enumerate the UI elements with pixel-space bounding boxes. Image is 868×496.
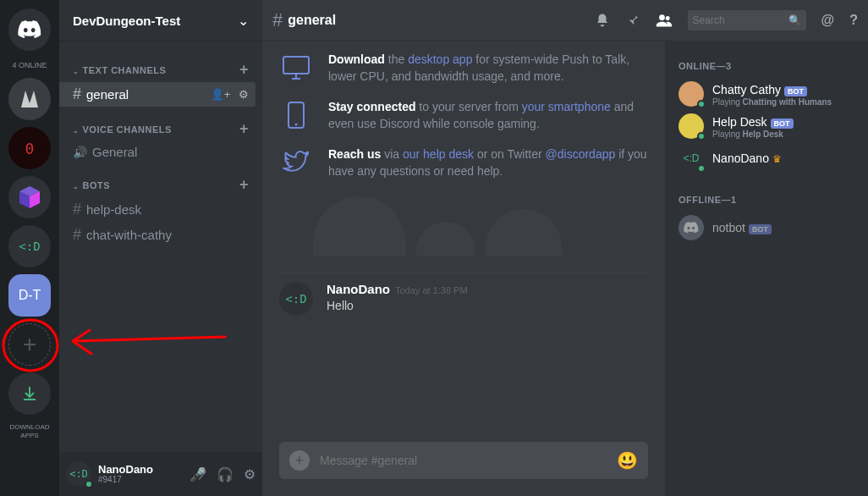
member-nanodano[interactable]: <:D NanoDano♛: [672, 142, 861, 174]
desktop-app-link[interactable]: desktop app: [408, 52, 472, 66]
main-content: # general 🔍 @ ? Download the desktop app…: [262, 0, 868, 496]
hash-icon: #: [272, 9, 283, 31]
channel-help-desk[interactable]: # help-desk: [59, 197, 255, 222]
channel-sidebar: DevDungeon-Test ⌄ ⌄TEXT CHANNELS + # gen…: [59, 0, 262, 496]
user-panel: <:D NanoDano #9417 🎤̷ 🎧 ⚙: [59, 452, 262, 496]
download-apps-button[interactable]: [8, 372, 51, 415]
bot-tag: BOT: [749, 224, 772, 234]
collapse-icon: ⌄: [73, 183, 80, 190]
mentions-button[interactable]: @: [821, 13, 835, 28]
notifications-button[interactable]: [595, 13, 610, 28]
messages-area: Download the desktop app for system-wide…: [262, 41, 665, 496]
invite-icon[interactable]: 👤+: [211, 88, 231, 101]
member-notbot[interactable]: notbotBOT: [672, 212, 861, 244]
channel-chat-with-cathy[interactable]: # chat-with-cathy: [59, 223, 255, 247]
avatar: [678, 81, 704, 107]
welcome-download: Download the desktop app for system-wide…: [279, 51, 648, 85]
message-input-row: + 😃: [262, 442, 665, 496]
welcome-ghosts: [279, 196, 648, 256]
text-channels-heading[interactable]: ⌄TEXT CHANNELS +: [59, 61, 262, 79]
member-list-button[interactable]: [656, 13, 673, 28]
message-author[interactable]: NanoDano: [327, 282, 390, 296]
online-count-label: 4 ONLINE: [12, 61, 47, 69]
message-input-container: + 😃: [279, 442, 648, 479]
smartphone-link[interactable]: your smartphone: [522, 100, 611, 113]
twitter-icon: [279, 146, 313, 179]
crown-icon: ♛: [772, 153, 782, 165]
monitor-icon: [279, 51, 313, 85]
status-dot-online: [697, 100, 706, 108]
message-input[interactable]: [320, 454, 617, 467]
chevron-down-icon: ⌄: [238, 13, 249, 29]
current-user-name: NanoDano: [98, 464, 153, 475]
guild-server-1[interactable]: [8, 78, 51, 120]
twitter-link[interactable]: @discordapp: [546, 147, 616, 161]
guild-rail: 4 ONLINE 0 <:D D-T + DOWNLOAD APPS: [0, 0, 59, 496]
help-desk-link[interactable]: our help desk: [403, 147, 474, 161]
voice-channels-heading[interactable]: ⌄VOICE CHANNELS +: [59, 120, 262, 138]
member-help-desk[interactable]: Help DeskBOT Playing Help Desk: [672, 110, 861, 142]
status-indicator-online: [85, 480, 93, 488]
avatar: [678, 113, 704, 139]
user-settings-button[interactable]: ⚙: [244, 466, 255, 482]
emoji-button[interactable]: 😃: [617, 450, 638, 471]
add-server-button[interactable]: +: [8, 323, 51, 366]
message-item: <:D NanoDanoToday at 1:38 PM Hello: [279, 273, 648, 324]
search-input[interactable]: [693, 14, 788, 26]
collapse-icon: ⌄: [73, 127, 80, 135]
discord-logo-icon: [684, 222, 699, 234]
guild-server-selected[interactable]: D-T: [8, 274, 51, 317]
home-button[interactable]: [8, 8, 51, 51]
bot-tag: BOT: [771, 118, 794, 129]
message-body: Hello: [327, 299, 468, 312]
discord-logo-icon: [18, 20, 41, 39]
status-dot-online: [697, 132, 706, 141]
channel-list: ⌄TEXT CHANNELS + # general 👤+ ⚙ ⌄VOICE C…: [59, 41, 262, 452]
guild-server-2[interactable]: 0: [8, 127, 51, 169]
svg-point-3: [295, 124, 298, 126]
welcome-reach: Reach us via our help desk or on Twitter…: [279, 146, 648, 179]
current-user-discriminator: #9417: [98, 475, 153, 484]
online-heading: ONLINE—3: [672, 54, 861, 78]
avatar: <:D: [678, 146, 704, 171]
guild-server-4[interactable]: <:D: [8, 225, 51, 267]
cube-icon: [17, 185, 42, 210]
search-box[interactable]: 🔍: [688, 10, 806, 30]
member-list: ONLINE—3 Chatty CathyBOT Playing Chattin…: [665, 41, 868, 496]
attach-button[interactable]: +: [289, 450, 310, 471]
status-dot-online: [697, 164, 706, 173]
server-name: DevDungeon-Test: [73, 14, 180, 28]
mute-button[interactable]: 🎤̷: [190, 466, 206, 482]
gear-icon[interactable]: ⚙: [239, 88, 249, 101]
message-scroller[interactable]: Download the desktop app for system-wide…: [262, 41, 665, 442]
server-header[interactable]: DevDungeon-Test ⌄: [59, 0, 262, 41]
search-icon: 🔍: [788, 14, 801, 26]
bots-heading[interactable]: ⌄BOTS +: [59, 176, 262, 194]
phone-icon: [279, 98, 313, 132]
voice-channel-general[interactable]: 🔊 General: [59, 141, 255, 163]
channel-title: general: [288, 13, 336, 28]
bot-tag: BOT: [784, 86, 807, 96]
offline-heading: OFFLINE—1: [672, 188, 861, 212]
chat-header: # general 🔍 @ ?: [262, 0, 868, 41]
add-bot-channel-button[interactable]: +: [239, 176, 249, 194]
member-chatty-cathy[interactable]: Chatty CathyBOT Playing Chatting with Hu…: [672, 78, 861, 110]
message-timestamp: Today at 1:38 PM: [395, 285, 468, 295]
pinned-button[interactable]: [625, 13, 640, 28]
hash-icon: #: [73, 85, 81, 103]
channel-general[interactable]: # general 👤+ ⚙: [59, 82, 255, 107]
collapse-icon: ⌄: [73, 68, 80, 75]
current-user-avatar[interactable]: <:D: [66, 461, 91, 487]
add-voice-channel-button[interactable]: +: [239, 120, 249, 138]
download-icon: [21, 385, 38, 402]
svg-rect-1: [283, 57, 309, 74]
hash-icon: #: [73, 201, 81, 218]
speaker-icon: 🔊: [73, 146, 87, 159]
deafen-button[interactable]: 🎧: [217, 466, 233, 482]
help-button[interactable]: ?: [849, 13, 858, 28]
message-avatar[interactable]: <:D: [279, 282, 313, 316]
guild-server-3[interactable]: [8, 176, 51, 218]
svg-point-0: [3, 320, 58, 371]
add-text-channel-button[interactable]: +: [239, 61, 249, 79]
welcome-smartphone: Stay connected to your server from your …: [279, 98, 648, 132]
